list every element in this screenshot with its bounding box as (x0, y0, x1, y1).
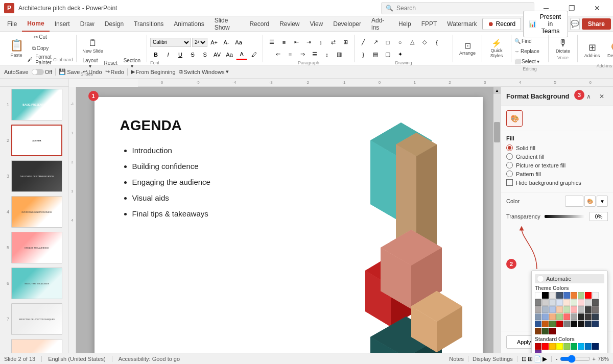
clear-format-btn[interactable]: Aa (233, 37, 244, 48)
smartart-btn[interactable]: ⊞ (340, 37, 351, 48)
theme-color-swatch[interactable] (556, 299, 563, 306)
transparency-input[interactable] (590, 212, 608, 221)
vertical-scrollbar[interactable]: ▲ ▼ ⊡ ⊟ (493, 87, 501, 353)
slideshow-btn[interactable]: ▶ (543, 355, 547, 362)
tab-watermark[interactable]: Watermark (442, 16, 482, 32)
theme-color-swatch[interactable] (542, 321, 549, 327)
shape-btn-2[interactable]: ↗ (370, 37, 381, 48)
tab-help[interactable]: Help (393, 16, 416, 32)
picture-fill-option[interactable]: Picture or texture fill (506, 162, 608, 168)
tab-slideshow[interactable]: Slide Show (209, 16, 245, 32)
theme-color-swatch[interactable] (535, 321, 541, 327)
text-shadow-button[interactable]: S (199, 49, 210, 60)
new-slide-button[interactable]: 🗒 New Slide (81, 37, 105, 55)
standard-color-swatch[interactable] (592, 343, 599, 350)
slide-thumb-7[interactable]: 7 EFFECTIVE DELIVERY TECHNIQUES (0, 301, 68, 337)
align-right-btn[interactable]: ⇒ (297, 49, 308, 60)
theme-color-swatch[interactable] (578, 299, 584, 306)
theme-color-swatch[interactable] (563, 321, 570, 327)
teams-button[interactable]: 📊 Present in Teams (523, 11, 568, 37)
color-auto-option[interactable]: Automatic (535, 274, 604, 283)
slide-thumb-8[interactable]: 8 (0, 337, 68, 353)
tab-transitions[interactable]: Transitions (129, 16, 169, 32)
tab-insert[interactable]: Insert (50, 16, 75, 32)
tab-view[interactable]: View (304, 16, 328, 32)
reading-view-btn[interactable]: 📄 (534, 355, 541, 362)
addins-button[interactable]: ⊞ Add-ins (581, 37, 603, 63)
zoom-in-btn[interactable]: + (593, 356, 596, 362)
theme-color-swatch[interactable] (585, 299, 592, 306)
theme-color-swatch[interactable] (556, 313, 563, 320)
standard-color-swatch[interactable] (563, 343, 570, 350)
color-dropdown-btn[interactable]: ▼ (597, 196, 608, 207)
theme-color-swatch[interactable] (585, 313, 592, 320)
comments-button[interactable]: 💬 (570, 18, 580, 30)
align-center-btn[interactable]: ≡ (285, 49, 296, 60)
font-family-select[interactable]: Calibri (150, 38, 191, 47)
solid-fill-option[interactable]: Solid fill (506, 144, 608, 151)
record-button[interactable]: ⏺ Record (482, 18, 522, 30)
standard-color-swatch[interactable] (535, 343, 541, 350)
slide-thumb-4[interactable]: 4 OVERCOMING NERVOUSNESS (0, 194, 68, 230)
shape-outline-btn[interactable]: ▢ (382, 49, 393, 60)
arrange-button[interactable]: ⊡ Arrange (456, 37, 479, 60)
theme-color-swatch[interactable] (571, 299, 577, 306)
shape-btn-1[interactable]: ╱ (358, 37, 369, 48)
slide-thumb-6[interactable]: 6 SELECTING VISUAL AIDS (0, 265, 68, 301)
theme-color-swatch[interactable] (563, 292, 570, 299)
theme-color-swatch[interactable] (549, 313, 556, 320)
standard-color-swatch[interactable] (549, 343, 556, 350)
justify-btn[interactable]: ☰ (309, 49, 320, 60)
theme-color-swatch[interactable] (556, 321, 563, 327)
picture-fill-radio[interactable] (506, 162, 513, 168)
theme-color-swatch[interactable] (535, 328, 541, 334)
shape-effects-btn[interactable]: ✦ (394, 49, 406, 60)
designer-button[interactable]: 🎨 Designer (605, 37, 613, 63)
theme-color-swatch[interactable] (549, 321, 556, 327)
theme-color-swatch[interactable] (571, 313, 577, 320)
font-color-button[interactable]: A (236, 49, 247, 60)
font-case-button[interactable]: Aa (224, 49, 235, 60)
theme-color-swatch[interactable] (549, 328, 556, 334)
shape-btn-4[interactable]: ○ (394, 37, 406, 48)
theme-color-swatch[interactable] (549, 306, 556, 313)
pattern-fill-radio[interactable] (506, 171, 513, 177)
columns-btn[interactable]: ▥ (334, 49, 345, 60)
theme-color-swatch[interactable] (542, 313, 549, 320)
decrease-indent-btn[interactable]: ⇤ (291, 37, 302, 48)
slide-thumb-3[interactable]: 3 THE POWER OF COMMUNICATION (0, 158, 68, 194)
theme-color-swatch[interactable] (571, 306, 577, 313)
theme-color-swatch[interactable] (592, 321, 599, 327)
theme-color-swatch[interactable] (542, 292, 549, 299)
italic-button[interactable]: I (162, 49, 174, 60)
tab-animations[interactable]: Animations (169, 16, 209, 32)
theme-color-swatch[interactable] (549, 292, 556, 299)
transparency-bar[interactable] (545, 215, 585, 218)
theme-color-swatch[interactable] (542, 306, 549, 313)
gradient-fill-radio[interactable] (506, 153, 513, 160)
theme-color-swatch[interactable] (535, 292, 541, 299)
increase-indent-btn[interactable]: ⇥ (303, 37, 314, 48)
theme-color-swatch[interactable] (563, 306, 570, 313)
standard-color-swatch[interactable] (535, 350, 541, 353)
convert-btn[interactable]: ⇄ (327, 37, 339, 48)
theme-color-swatch[interactable] (535, 299, 541, 306)
normal-view-btn[interactable]: ⊡ (522, 355, 527, 362)
theme-color-swatch[interactable] (535, 306, 541, 313)
slide-canvas[interactable]: AGENDA Introduction Building confidence … (95, 97, 483, 353)
theme-color-swatch[interactable] (556, 306, 563, 313)
standard-color-swatch[interactable] (571, 343, 577, 350)
hide-bg-option[interactable]: Hide background graphics (506, 179, 608, 186)
quick-styles-button[interactable]: ⚡ QuickStyles (485, 35, 508, 62)
from-beginning-button[interactable]: ▶ From Beginning (131, 68, 176, 75)
shape-btn-3[interactable]: □ (382, 37, 393, 48)
numbering-button[interactable]: ≡ (278, 37, 290, 48)
scroll-thumb[interactable] (494, 122, 500, 142)
theme-color-swatch[interactable] (549, 299, 556, 306)
pattern-fill-option[interactable]: Pattern fill (506, 171, 608, 177)
save-button[interactable]: 💾 Save (59, 68, 80, 75)
theme-color-swatch[interactable] (571, 321, 577, 327)
cut-button[interactable]: ✂Cut (28, 32, 53, 42)
theme-color-swatch[interactable] (585, 306, 592, 313)
scroll-up-btn[interactable]: ▲ (493, 87, 501, 94)
